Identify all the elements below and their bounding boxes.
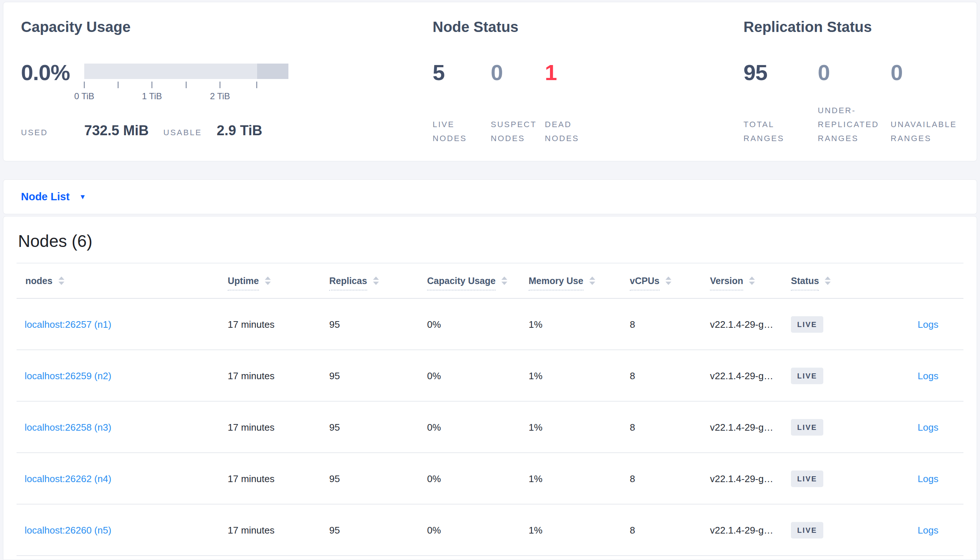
status-cell: LIVE <box>791 368 823 384</box>
view-selector-bar: Node List ▼ <box>3 179 977 214</box>
node-list-dropdown-label: Node List <box>21 191 70 203</box>
sort-icon[interactable] <box>749 277 755 285</box>
axis-label: 0 TiB <box>74 91 95 102</box>
sort-icon[interactable] <box>265 277 271 285</box>
nodes-table-card: Nodes (6) nodes Uptime Replicas Capacity… <box>3 216 977 560</box>
table-row: localhost:26260 (n5) 17 minutes 95 0% 1%… <box>3 505 977 556</box>
chevron-down-icon: ▼ <box>79 193 86 201</box>
under-replicated-ranges-stat: 0 UNDER-REPLICATED RANGES <box>818 60 890 145</box>
node-link[interactable]: localhost:26258 (n3) <box>25 422 112 433</box>
memory-cell: 1% <box>528 370 543 382</box>
node-list-dropdown[interactable]: Node List ▼ <box>21 191 86 203</box>
total-ranges-label: TOTAL RANGES <box>743 118 813 145</box>
node-link[interactable]: localhost:26260 (n5) <box>25 525 112 536</box>
capacity-percent: 0.0% <box>21 60 70 86</box>
memory-cell: 1% <box>528 422 543 433</box>
used-value: 732.5 MiB <box>84 123 163 138</box>
vcpus-cell: 8 <box>630 370 635 382</box>
vcpus-cell: 8 <box>630 525 635 536</box>
axis-tick <box>84 82 85 88</box>
status-cell: LIVE <box>791 522 823 539</box>
replicas-cell: 95 <box>329 422 340 433</box>
vcpus-cell: 8 <box>630 422 635 433</box>
axis-label: 2 TiB <box>210 91 230 102</box>
axis-tick <box>186 82 187 88</box>
suspect-nodes-stat: 0 SUSPECT NODES <box>491 60 542 145</box>
replicas-cell: 95 <box>329 370 340 382</box>
uptime-cell: 17 minutes <box>228 473 274 485</box>
replicas-cell: 95 <box>329 473 340 485</box>
capacity-usage-title: Capacity Usage <box>21 18 130 36</box>
logs-link[interactable]: Logs <box>918 319 938 330</box>
logs-link[interactable]: Logs <box>918 525 938 536</box>
vcpus-cell: 8 <box>630 473 635 485</box>
column-header-uptime[interactable]: Uptime <box>228 276 271 286</box>
unavailable-ranges-stat: 0 UNAVAILABLE RANGES <box>891 60 977 145</box>
version-cell: v22.1.4-29-g… <box>710 422 773 433</box>
uptime-cell: 17 minutes <box>228 319 274 330</box>
node-link[interactable]: localhost:26259 (n2) <box>25 370 112 382</box>
unavailable-label: UNAVAILABLE RANGES <box>891 118 977 145</box>
sort-icon[interactable] <box>825 277 831 285</box>
status-cell: LIVE <box>791 317 823 333</box>
logs-link[interactable]: Logs <box>918 370 938 382</box>
capacity-cell: 0% <box>427 422 441 433</box>
status-badge: LIVE <box>791 419 823 436</box>
nodes-heading: Nodes (6) <box>18 231 92 251</box>
version-cell: v22.1.4-29-g… <box>710 370 773 382</box>
column-header-status[interactable]: Status <box>791 276 831 286</box>
sort-icon[interactable] <box>589 277 595 285</box>
dead-nodes-label: DEAD NODES <box>545 118 596 145</box>
table-row: localhost:26258 (n3) 17 minutes 95 0% 1%… <box>3 402 977 453</box>
logs-link[interactable]: Logs <box>918 422 938 433</box>
logs-link[interactable]: Logs <box>918 473 938 485</box>
axis-tick <box>152 82 152 88</box>
sort-icon[interactable] <box>666 277 671 285</box>
total-ranges-value: 95 <box>743 60 768 85</box>
column-header-version[interactable]: Version <box>710 276 755 286</box>
sort-icon[interactable] <box>502 277 507 285</box>
under-replicated-value: 0 <box>818 60 829 85</box>
replication-status-title: Replication Status <box>743 18 872 36</box>
node-link[interactable]: localhost:26262 (n4) <box>25 473 112 485</box>
version-cell: v22.1.4-29-g… <box>710 319 773 330</box>
capacity-axis-labels: 0 TiB 1 TiB 2 TiB <box>84 91 288 102</box>
status-badge: LIVE <box>791 317 823 333</box>
table-row: localhost:26257 (n1) 17 minutes 95 0% 1%… <box>3 299 977 350</box>
under-replicated-label: UNDER-REPLICATED RANGES <box>818 103 890 145</box>
table-header-row: nodes Uptime Replicas Capacity Usage Mem… <box>3 263 977 298</box>
dead-nodes-stat: 1 DEAD NODES <box>545 60 596 145</box>
live-nodes-label: LIVE NODES <box>433 118 484 145</box>
node-status-title: Node Status <box>433 18 518 36</box>
column-header-memory-use[interactable]: Memory Use <box>528 276 595 286</box>
replicas-cell: 95 <box>329 319 340 330</box>
column-header-capacity-usage[interactable]: Capacity Usage <box>427 276 507 286</box>
suspect-nodes-label: SUSPECT NODES <box>491 118 542 145</box>
status-badge: LIVE <box>791 368 823 384</box>
usable-label: USABLE <box>163 128 217 137</box>
sort-icon[interactable] <box>373 277 379 285</box>
sort-icon[interactable] <box>59 277 64 285</box>
axis-label: 1 TiB <box>142 91 162 102</box>
column-header-vcpus[interactable]: vCPUs <box>630 276 671 286</box>
unavailable-value: 0 <box>891 60 902 85</box>
column-header-nodes[interactable]: nodes <box>25 276 64 286</box>
axis-tick <box>256 82 257 88</box>
version-cell: v22.1.4-29-g… <box>710 473 773 485</box>
usable-value: 2.9 TiB <box>217 123 262 138</box>
capacity-axis-ticks <box>84 82 288 88</box>
capacity-cell: 0% <box>427 473 441 485</box>
dead-nodes-value: 1 <box>545 60 557 85</box>
node-link[interactable]: localhost:26257 (n1) <box>25 319 112 330</box>
status-cell: LIVE <box>791 419 823 436</box>
uptime-cell: 17 minutes <box>228 525 274 536</box>
table-row: localhost:26262 (n4) 17 minutes 95 0% 1%… <box>3 453 977 505</box>
column-header-replicas[interactable]: Replicas <box>329 276 379 286</box>
capacity-cell: 0% <box>427 525 441 536</box>
used-label: USED <box>21 128 84 137</box>
axis-tick <box>220 82 220 88</box>
uptime-cell: 17 minutes <box>228 370 274 382</box>
status-badge: LIVE <box>791 471 823 487</box>
table-row: localhost:26259 (n2) 17 minutes 95 0% 1%… <box>3 350 977 402</box>
memory-cell: 1% <box>528 319 543 330</box>
